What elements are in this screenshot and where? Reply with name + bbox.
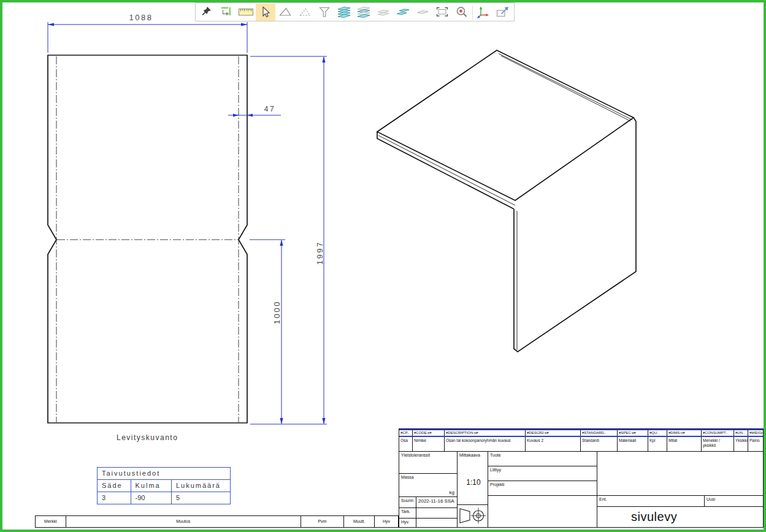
checked-value-cell [416,508,458,519]
var-spec: #SPEC:s# [617,430,648,436]
bend-col-count: Lukumäärä [172,480,230,492]
revision-approver: Hyv [375,516,398,527]
revision-date: Pvm [301,516,345,527]
dimension-total-height[interactable]: 1997 [315,229,324,278]
sheets-inactive-icon [376,5,391,20]
label-nimike: Nimike [412,437,444,451]
toolbar-button-selection-frame[interactable] [432,4,452,21]
var-unit: #UN.. [733,430,748,436]
designed-value-cell: 2022-11-16 SSA [416,497,458,508]
label-mitat: Mitat [667,437,701,451]
designed-label-cell: Suunn [399,497,416,508]
label-materiaali: Materiaali [617,437,648,451]
projection-symbol-cell [458,505,488,528]
checked-label-cell: Tark. [399,508,416,519]
label-kuvaus: Osan tai kokoonpanoryhmän kuvaus [444,437,525,451]
var-qty: #QU.. [648,430,667,436]
toolbar-button-sketch-plane-hidden[interactable] [295,4,315,21]
revision-change: Muutos [66,516,301,527]
toolbar-button-select[interactable] [256,4,275,21]
dimension-flange[interactable]: 47 [259,105,281,113]
approved-label-cell: Hyv. [399,519,416,528]
bend-col-radius: Säde [98,480,131,492]
bend-table: Taivutustiedot Säde Kulma Lukumäärä 3 -9… [97,467,231,504]
projection-symbol-icon [458,505,487,526]
layers-stack-mixed-icon [356,5,371,20]
bend-lines[interactable] [56,56,239,422]
toolbar-button-ruler[interactable] [236,4,256,21]
toolbar-button-update-view[interactable] [216,4,236,21]
toolbar-button-pan-view[interactable] [493,4,513,21]
dimension-arrows [48,23,326,424]
label-yksikko: Yksikkö [733,437,748,451]
flat-pattern-outline[interactable] [48,55,247,423]
middle-empty-cell [488,496,597,528]
dimension-lower-height[interactable]: 1000 [272,288,282,337]
dimension-lines[interactable] [48,22,327,424]
scale-value: 1:10 [459,478,488,487]
pin-icon [199,5,214,20]
dimension-width[interactable]: 1088 [123,13,159,22]
toolbar [195,2,515,21]
toolbar-button-axes[interactable] [473,4,493,21]
revision-bar: Merkki Muutos Pvm Muutt. Hyv [35,515,399,528]
update-view-icon [219,5,234,20]
label-kuvaus2: Kuvaus 2 [525,437,580,451]
toolbar-button-sheets-inactive[interactable] [373,4,393,21]
mass-cell: Massa kg [399,474,458,497]
bend-val-count: 5 [172,492,230,504]
project-cell: Projekti [488,481,597,496]
filter-icon [317,5,332,20]
var-standard: #STANDARD.. [580,430,617,436]
cad-window: 1088 47 1997 1000 Levityskuvanto Taivutu… [0,0,766,532]
toolbar-button-pin[interactable] [197,4,216,21]
mass-unit: kg [450,490,454,495]
label-standardi: Standardi [580,437,617,451]
var-description: #DESCRIPTION:s# [444,430,525,436]
title-block-label-row: Osa Nimike Osan tai kokoonpanoryhmän kuv… [399,437,763,452]
ruler-icon [238,5,254,20]
label-paino: Paino [748,437,763,451]
triangle-dashed-icon [297,5,312,20]
toolbar-button-layers-stack[interactable] [334,4,354,21]
former-cell: Ent. [597,496,705,507]
scale-cell: Mittakaava 1:10 [458,452,488,505]
bend-table-title: Taivutustiedot [98,468,230,480]
toolbar-button-sheets-cyan[interactable] [393,4,413,21]
toolbar-button-sketch-plane[interactable] [275,4,295,21]
var-descr2: #DESCR2:s# [525,430,580,436]
var-dims: #DIMS:n# [667,430,701,436]
triangle-icon [278,5,293,20]
bend-val-angle: -90 [131,492,172,504]
toolbar-button-filter[interactable] [315,4,334,21]
toolbar-button-zoom-in[interactable] [452,4,472,21]
sheets-cyan-icon [396,5,410,20]
var-code: #CODE:s# [412,430,444,436]
revision-mark: Merkki [36,516,66,527]
flat-view-label[interactable]: Levityskuvanto [117,433,178,442]
part-name: sivulevy [597,507,763,528]
zoom-in-icon [454,5,469,20]
axes-icon [476,5,491,20]
mass-label: Massa [401,475,414,479]
related-cell: Liittyy [488,466,597,481]
toolbar-button-layers-stack-mixed[interactable] [354,4,373,21]
pan-view-icon [496,5,510,20]
toolbar-button-sheet-single[interactable] [413,4,432,21]
var-consumption: #CONSUMPT.. [701,430,733,436]
general-tolerances-cell: Yleistoleranssit [399,452,458,474]
approved-value-cell [416,519,458,528]
right-empty-cell [597,452,763,496]
var-weight: #WEIGHT:n# [748,430,763,436]
sheet-single-icon [415,5,430,20]
label-osa: Osa [399,437,412,451]
iso-view[interactable] [377,50,636,352]
label-menekki: Menekki / yksikkö [701,437,733,451]
selection-frame-icon [435,5,450,20]
bend-col-angle: Kulma [131,480,172,492]
title-block: #CP.. #CODE:s# #DESCRIPTION:s# #DESCR2:s… [399,428,764,528]
new-cell: Uusi [705,496,763,507]
scale-label: Mittakaava [459,453,480,457]
var-cp: #CP.. [399,430,412,436]
product-cell: Tuote [488,452,597,466]
